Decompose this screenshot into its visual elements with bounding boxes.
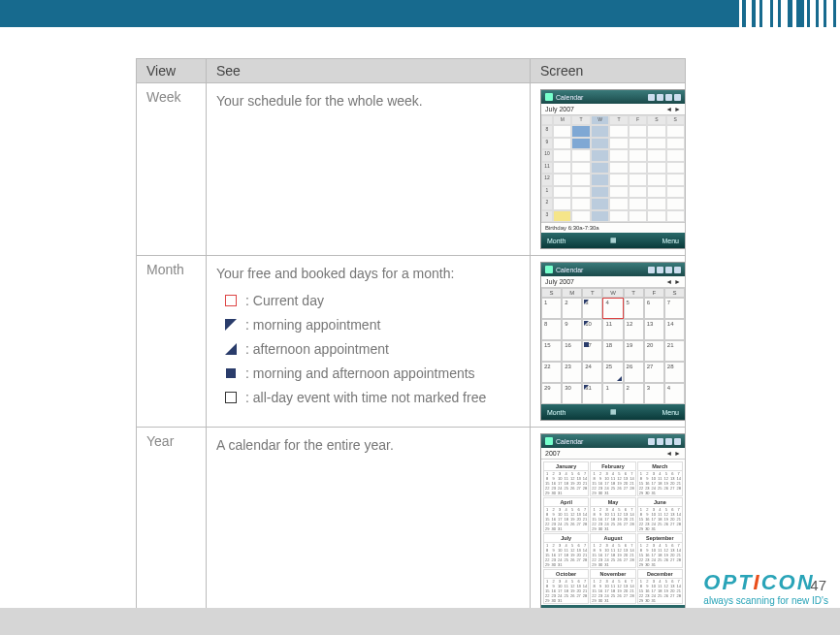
morning-icon [224,318,238,332]
month-day-cell: 4 [664,383,685,404]
calendar-views-table: View See Screen Week Your schedule for t… [136,58,686,628]
opticon-logo: OPTICON always scanning for new ID's [703,572,828,606]
afternoon-icon [224,342,238,356]
mini-month: March12345678910111213141516171819202122… [637,461,683,496]
month-day-cell: 27 [644,362,664,383]
week-softkeys: Month ▦ Menu [541,233,685,248]
month-day-cell: 9 [562,319,582,340]
start-icon [545,266,553,273]
week-grid: MTW TFSS 8 9 10 11 12 1 2 3 [541,115,685,222]
start-icon [545,93,553,101]
full-day-icon [224,366,238,380]
month-day-cell: 26 [624,362,644,383]
week-screenshot: Calendar July 2007 ◄ ► MTW TFSS 8 [540,89,686,249]
view-year-screenshot: Calendar 2007 ◄ ► January123456789101112… [531,428,686,628]
mini-month: December12345678910111213141516171819202… [637,569,683,604]
mini-month: April12345678910111213141516171819202122… [543,497,589,532]
view-week-label: Week [137,83,207,256]
month-legend: : Current day : morning appointment [224,290,520,408]
keyboard-icon: ▦ [610,237,617,244]
mini-month: February12345678910111213141516171819202… [590,461,635,496]
month-day-cell: 11 [602,319,623,340]
mini-month-title: July [544,534,588,543]
softkey-left: Month [547,409,565,416]
month-date-label: July 2007 [545,278,574,285]
view-year-label: Year [137,428,207,628]
mini-month: May1234567891011121314151617181920212223… [590,497,635,532]
month-day-cell: 19 [624,340,644,362]
month-day-header: S [541,288,562,298]
month-day-cell: 8 [541,319,562,340]
month-day-cell: 30 [562,383,582,404]
mini-month-title: September [638,534,682,543]
month-day-cell: 22 [541,362,562,383]
row-week: Week Your schedule for the whole week. C… [137,83,686,256]
mini-month: January123456789101112131415161718192021… [543,461,589,496]
month-day-cell: 14 [664,319,685,340]
month-day-cell: 17 [582,340,602,362]
mini-month-title: June [638,498,682,507]
view-week-desc: Your schedule for the whole week. [207,83,531,256]
legend-current-day: : Current day [224,290,520,311]
month-day-cell: 21 [664,340,685,362]
month-day-cell: 15 [541,340,562,362]
month-day-header: W [602,288,623,298]
system-tray [648,94,681,101]
year-grid: January123456789101112131415161718192021… [541,460,685,605]
view-month-desc: Your free and booked days for a month: :… [207,256,531,428]
bottom-banner [0,608,840,635]
svg-marker-0 [225,319,237,331]
row-year: Year A calendar for the entire year. Cal… [137,428,686,628]
month-day-cell: 25 [602,362,623,383]
month-day-cell: 16 [562,340,582,362]
month-day-header: M [562,288,582,298]
month-grid: SMTWTFS123456789101112131415161718192021… [541,288,685,404]
mini-month-title: January [544,462,588,471]
softkey-left: Month [547,238,565,244]
view-month-screenshot: Calendar July 2007 ◄ ► SMTWTFS1234567891… [531,256,686,428]
month-day-cell: 12 [624,319,644,340]
year-app-title: Calendar [556,438,645,445]
month-day-cell: 6 [644,298,664,319]
view-year-desc: A calendar for the entire year. [207,428,531,628]
month-day-cell: 5 [624,298,644,319]
table-header-row: View See Screen [137,59,686,83]
header-see: See [207,59,531,83]
month-day-cell: 31 [582,383,602,404]
month-day-cell: 18 [602,340,623,362]
logo-wordmark: OPTICON [703,572,828,593]
mini-month-title: November [591,570,634,579]
mini-month: August1234567891011121314151617181920212… [590,533,635,568]
legend-afternoon: : afternoon appointment [224,338,520,360]
mini-month-title: August [591,534,634,543]
header-view: View [137,59,207,83]
month-day-cell: 3 [582,298,602,319]
mini-month: July123456789101112131415161718192021222… [543,533,589,568]
mini-month-title: February [591,462,634,471]
week-status: Birthday 6:30a-7:30a [541,222,685,233]
month-day-cell: 2 [562,298,582,319]
mini-month-title: March [638,462,682,471]
legend-morning: : morning appointment [224,314,520,335]
month-day-cell: 20 [644,340,664,362]
month-day-cell: 2 [624,383,644,404]
month-day-header: T [582,288,602,298]
row-month: Month Your free and booked days for a mo… [137,256,686,428]
legend-full: : morning and afternoon appointments [224,363,520,384]
softkey-right: Menu [662,409,679,416]
svg-marker-1 [225,343,237,355]
legend-allday: : all-day event with time not marked fre… [224,387,520,408]
logo-tagline: always scanning for new ID's [703,595,828,606]
month-app-title: Calendar [556,267,645,273]
barcode-decoration [739,0,840,27]
month-day-cell: 1 [541,298,562,319]
mini-month-title: April [544,498,588,507]
month-day-cell: 13 [644,319,664,340]
mini-month: June123456789101112131415161718192021222… [637,497,683,532]
mini-month: September1234567891011121314151617181920… [637,533,683,568]
legend-allday-label: : all-day event with time not marked fre… [245,386,486,410]
month-day-cell: 3 [644,383,664,404]
month-intro: Your free and booked days for a month: [216,266,454,281]
month-day-cell: 4 [602,298,623,319]
month-day-cell: 24 [582,362,602,383]
